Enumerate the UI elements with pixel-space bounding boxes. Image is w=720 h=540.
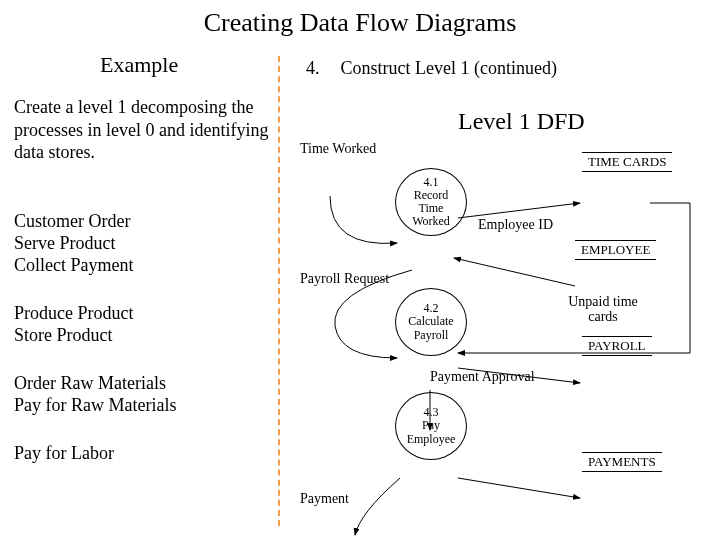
datastore-payroll: PAYROLL (582, 336, 652, 356)
label-time-worked: Time Worked (300, 142, 376, 157)
process-4-1-name: Record Time Worked (400, 189, 462, 229)
process-4-2: 4.2 Calculate Payroll (395, 288, 467, 356)
svg-line-0 (458, 203, 580, 218)
process-4-1-id: 4.1 (424, 176, 439, 189)
example-heading: Example (100, 52, 178, 78)
step-number: 4. (306, 58, 336, 79)
step-row: 4. Construct Level 1 (continued) (306, 58, 557, 79)
group-2b: Store Product (14, 324, 274, 347)
step-text: Construct Level 1 (continued) (341, 58, 557, 78)
svg-line-1 (454, 258, 575, 286)
vertical-divider (278, 56, 280, 526)
group-4a: Pay for Labor (14, 442, 274, 465)
datastore-time-cards: TIME CARDS (582, 152, 672, 172)
label-payroll-request: Payroll Request (300, 272, 389, 287)
page-title: Creating Data Flow Diagrams (0, 0, 720, 38)
group-3b: Pay for Raw Materials (14, 394, 274, 417)
group-1b: Serve Product (14, 232, 274, 255)
process-4-2-name: Calculate Payroll (400, 315, 462, 341)
label-payment-approval: Payment Approval (430, 370, 535, 385)
process-4-1: 4.1 Record Time Worked (395, 168, 467, 236)
dfd-title: Level 1 DFD (458, 108, 585, 135)
process-4-3-name: Pay Employee (400, 419, 462, 445)
label-payment: Payment (300, 492, 349, 507)
label-employee-id: Employee ID (478, 218, 553, 233)
label-unpaid-time-cards: Unpaid time cards (558, 295, 648, 324)
datastore-employee: EMPLOYEE (575, 240, 656, 260)
datastore-payments: PAYMENTS (582, 452, 662, 472)
svg-line-4 (458, 478, 580, 498)
group-1a: Customer Order (14, 210, 274, 233)
group-3a: Order Raw Materials (14, 372, 274, 395)
step-description: Create a level 1 decomposing the process… (14, 96, 274, 164)
process-4-3: 4.3 Pay Employee (395, 392, 467, 460)
group-2a: Produce Product (14, 302, 274, 325)
group-1c: Collect Payment (14, 254, 274, 277)
